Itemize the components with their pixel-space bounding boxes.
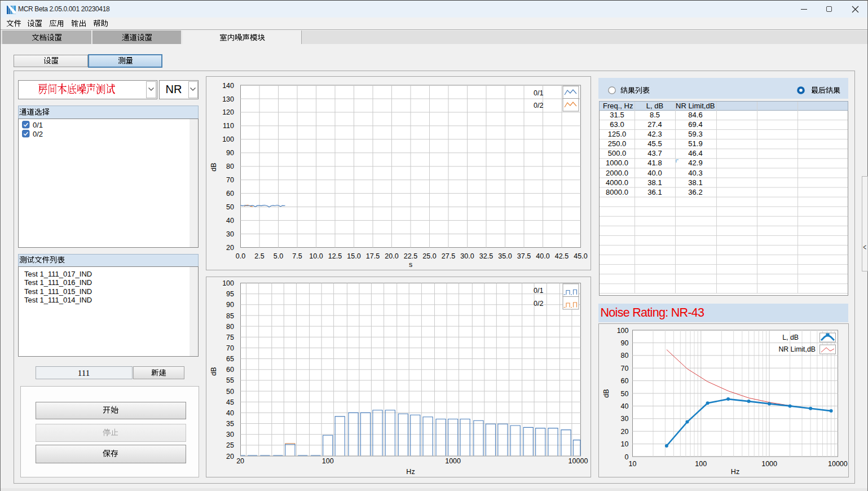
svg-text:Hz: Hz <box>731 468 739 476</box>
svg-text:41.8: 41.8 <box>647 159 662 167</box>
svg-text:40.3: 40.3 <box>688 169 702 177</box>
svg-text:31.5: 31.5 <box>610 111 624 119</box>
svg-text:25: 25 <box>226 441 234 449</box>
svg-text:Hz: Hz <box>406 468 415 476</box>
svg-text:10: 10 <box>629 459 637 467</box>
svg-text:37.5: 37.5 <box>517 252 530 260</box>
svg-text:42.9: 42.9 <box>688 159 702 167</box>
svg-text:46.4: 46.4 <box>688 149 702 157</box>
svg-text:Freq., Hz: Freq., Hz <box>603 102 633 110</box>
svg-text:45.0: 45.0 <box>574 252 587 260</box>
svg-text:100: 100 <box>321 457 333 465</box>
svg-text:100: 100 <box>617 326 629 334</box>
svg-text:NR Limit,dB: NR Limit,dB <box>778 345 816 353</box>
svg-text:125.0: 125.0 <box>608 130 627 138</box>
svg-text:38.1: 38.1 <box>688 178 702 187</box>
svg-text:27.4: 27.4 <box>647 120 662 129</box>
svg-text:dB: dB <box>210 367 218 375</box>
svg-text:130: 130 <box>222 95 234 103</box>
svg-text:51.9: 51.9 <box>688 139 702 148</box>
svg-text:10000: 10000 <box>828 459 848 467</box>
svg-text:80: 80 <box>226 163 234 170</box>
svg-text:69.4: 69.4 <box>688 120 702 129</box>
svg-text:12.5: 12.5 <box>328 252 341 260</box>
svg-text:70: 70 <box>226 176 234 184</box>
svg-text:8.5: 8.5 <box>650 111 660 119</box>
svg-text:22.5: 22.5 <box>403 252 417 260</box>
svg-text:32.5: 32.5 <box>479 252 492 260</box>
svg-text:30: 30 <box>621 415 629 423</box>
svg-text:dB: dB <box>210 163 218 171</box>
svg-text:43.7: 43.7 <box>647 149 662 157</box>
svg-text:20: 20 <box>226 244 234 252</box>
svg-text:140: 140 <box>222 81 234 89</box>
svg-text:100: 100 <box>222 279 234 287</box>
svg-text:30: 30 <box>226 431 234 439</box>
svg-text:90: 90 <box>226 301 234 309</box>
svg-text:100: 100 <box>222 135 234 143</box>
svg-text:63.0: 63.0 <box>610 120 624 129</box>
svg-text:dB: dB <box>602 389 610 397</box>
svg-text:65: 65 <box>226 355 234 363</box>
svg-text:27.5: 27.5 <box>441 252 455 260</box>
svg-text:50: 50 <box>226 203 234 211</box>
svg-text:42.5: 42.5 <box>554 252 568 260</box>
svg-text:10: 10 <box>621 440 629 448</box>
svg-text:15.0: 15.0 <box>347 252 360 260</box>
svg-text:1000.0: 1000.0 <box>606 159 628 167</box>
svg-text:95: 95 <box>226 290 234 298</box>
svg-text:30: 30 <box>226 230 234 238</box>
svg-text:45: 45 <box>226 398 234 406</box>
svg-text:40.0: 40.0 <box>647 169 662 177</box>
svg-text:0/2: 0/2 <box>534 300 543 308</box>
svg-text:s: s <box>408 260 412 268</box>
svg-text:1000: 1000 <box>761 459 777 467</box>
svg-text:4000.0: 4000.0 <box>606 178 628 187</box>
svg-text:0.0: 0.0 <box>235 252 245 260</box>
svg-text:0/1: 0/1 <box>534 89 543 97</box>
svg-text:20.0: 20.0 <box>385 252 398 260</box>
svg-text:55: 55 <box>226 376 234 384</box>
svg-text:10000: 10000 <box>568 457 588 465</box>
svg-text:110: 110 <box>223 122 234 130</box>
svg-text:60: 60 <box>226 190 234 198</box>
svg-text:20: 20 <box>226 453 234 461</box>
svg-text:NR Limit,dB: NR Limit,dB <box>676 102 715 110</box>
svg-text:0/1: 0/1 <box>534 287 543 295</box>
svg-text:0/2: 0/2 <box>534 101 543 109</box>
svg-text:42.3: 42.3 <box>647 130 662 138</box>
svg-text:10.0: 10.0 <box>309 252 323 260</box>
svg-text:38.1: 38.1 <box>647 178 662 187</box>
svg-text:40.0: 40.0 <box>536 252 549 260</box>
svg-text:7.5: 7.5 <box>292 252 302 260</box>
svg-text:84.6: 84.6 <box>688 111 702 119</box>
svg-text:1000: 1000 <box>445 457 461 465</box>
svg-text:500.0: 500.0 <box>608 149 627 157</box>
svg-text:70: 70 <box>226 344 234 352</box>
svg-text:59.3: 59.3 <box>688 130 702 138</box>
svg-text:40: 40 <box>226 409 234 417</box>
svg-text:2000.0: 2000.0 <box>606 169 628 177</box>
svg-text:75: 75 <box>226 334 234 341</box>
svg-text:40: 40 <box>226 217 234 225</box>
svg-text:50: 50 <box>226 388 234 396</box>
svg-text:5.0: 5.0 <box>273 252 283 260</box>
svg-text:120: 120 <box>222 108 234 116</box>
svg-text:0: 0 <box>625 453 629 461</box>
svg-text:36.2: 36.2 <box>688 188 702 196</box>
svg-text:L, dB: L, dB <box>646 102 663 110</box>
svg-text:70: 70 <box>621 364 629 372</box>
svg-text:80: 80 <box>621 352 629 360</box>
svg-text:50: 50 <box>621 389 629 397</box>
svg-text:40: 40 <box>621 402 629 410</box>
svg-text:90: 90 <box>621 339 629 347</box>
svg-text:25.0: 25.0 <box>422 252 436 260</box>
svg-text:20: 20 <box>236 457 244 465</box>
svg-text:8000.0: 8000.0 <box>606 188 628 196</box>
svg-text:80: 80 <box>226 323 234 331</box>
svg-text:2.5: 2.5 <box>254 252 264 260</box>
svg-text:45.5: 45.5 <box>647 139 662 148</box>
svg-text:100: 100 <box>695 459 707 467</box>
svg-text:60: 60 <box>621 377 629 385</box>
svg-text:36.1: 36.1 <box>647 188 662 196</box>
